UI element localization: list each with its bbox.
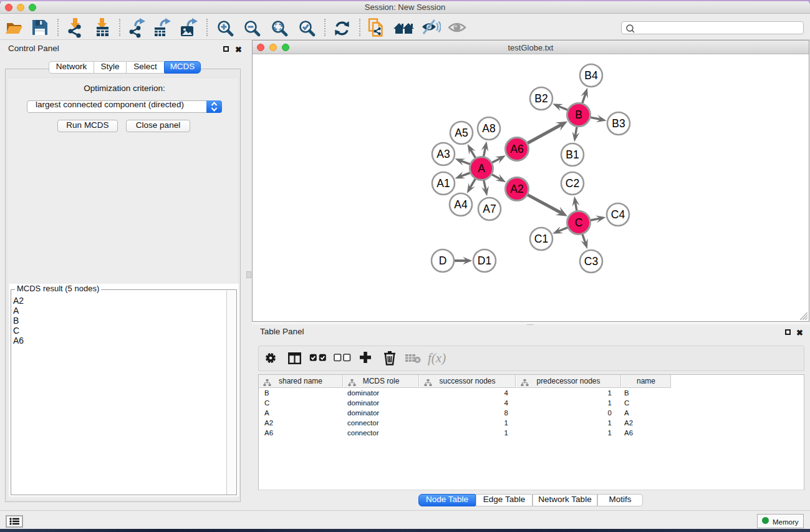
svg-text:A5: A5 [455,127,468,139]
svg-text:C4: C4 [611,208,625,221]
svg-text:A2: A2 [510,183,523,195]
svg-text:B1: B1 [566,148,579,161]
svg-text:D: D [439,254,447,267]
svg-text:C2: C2 [566,177,579,190]
svg-text:A8: A8 [482,122,495,135]
svg-text:B2: B2 [534,92,547,105]
svg-text:C1: C1 [534,233,548,245]
svg-text:D1: D1 [478,254,491,267]
svg-text:A3: A3 [436,148,450,160]
svg-text:B: B [575,109,582,121]
svg-text:C3: C3 [584,255,598,268]
svg-text:A6: A6 [510,143,523,155]
svg-text:B4: B4 [584,69,598,82]
svg-text:A1: A1 [436,177,450,190]
svg-text:A7: A7 [483,203,496,215]
svg-text:B3: B3 [612,117,625,130]
svg-text:A: A [478,162,485,175]
svg-text:C: C [575,216,583,229]
svg-text:A4: A4 [454,198,468,211]
